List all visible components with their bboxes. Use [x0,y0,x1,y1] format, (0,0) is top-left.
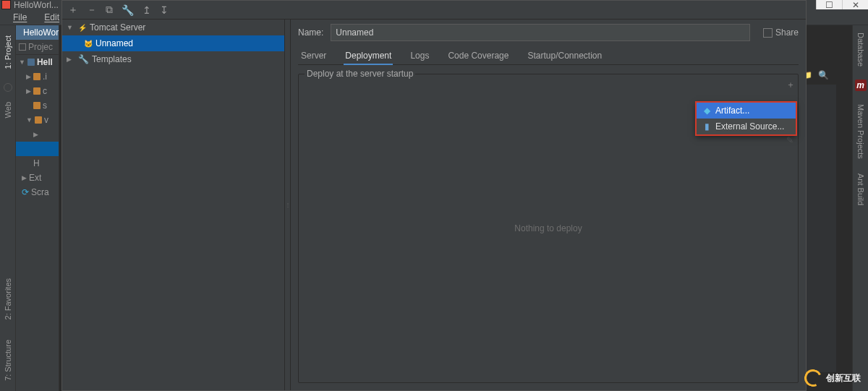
tool-structure[interactable]: 7: Structure [4,340,12,381]
run-config-dialog: ＋ － ⧉ 🔧 ↥ ↧ ▼ ⚡ Tomcat Server 🐱 Unnamed … [61,0,807,391]
tool-project[interactable]: 1: Project [4,35,12,69]
popup-external-source[interactable]: ▮ External Source... [697,119,796,134]
tree-tomcat-server[interactable]: ▼ ⚡ Tomcat Server [62,20,284,35]
project-header: Projec [28,42,53,52]
name-label: Name: [298,27,323,38]
move-up-icon[interactable]: ↥ [142,4,151,16]
tool-web[interactable]: Web [4,102,12,118]
maven-icon: m [855,80,867,91]
tree-item-selected[interactable] [16,142,59,156]
tree-item[interactable]: ⟳Scra [16,185,59,199]
globe-icon [4,83,12,92]
window-title: HelloWorl... [14,0,59,10]
window-controls: ☐ ✕ [816,0,868,9]
tree-item[interactable]: ▶Ext [16,171,59,185]
popup-artifact[interactable]: ◆ Artifact... [697,103,796,119]
search-icon[interactable]: 🔍 [818,70,829,80]
tomcat-icon: 🐱 [84,40,93,48]
tool-ant[interactable]: Ant Build [856,173,865,205]
deploy-add-icon[interactable]: ＋ [786,79,795,91]
add-deploy-popup: ◆ Artifact... ▮ External Source... [696,102,796,135]
tool-favorites[interactable]: 2: Favorites [4,278,12,319]
folder-icon [35,116,42,124]
tree-item[interactable]: ▼v [16,113,59,127]
artifact-icon: ◆ [702,106,711,116]
tab-deployment[interactable]: Deployment [344,47,393,64]
name-input[interactable] [331,24,750,41]
tree-item[interactable]: ▶.i [16,69,59,84]
tree-label: Templates [92,54,132,64]
external-source-icon: ▮ [702,121,711,132]
dialog-toolbar: ＋ － ⧉ 🔧 ↥ ↧ [62,1,806,20]
add-icon[interactable]: ＋ [68,4,78,17]
tree-item[interactable]: ▶c [16,84,59,98]
project-tool-window: HelloWor Projec ▼Hell ▶.i ▶c s ▼v ▶ H ▶E… [16,25,59,391]
maximize-button[interactable]: ☐ [816,0,842,9]
left-tool-strip: 1: Project Web 2: Favorites 7: Structure [0,25,16,391]
tree-item[interactable]: s [16,98,59,113]
menu-file[interactable]: File [4,12,35,22]
folder-icon [33,87,41,95]
remove-icon[interactable]: － [87,4,97,17]
tree-item[interactable]: H [16,156,59,171]
deploy-edit-icon[interactable]: ✎ [786,135,795,145]
tab-logs[interactable]: Logs [409,47,430,64]
tree-label: Unnamed [95,38,133,48]
tree-root[interactable]: ▼Hell [16,55,59,69]
deploy-header: Deploy at the server startup [305,69,415,79]
tab-server[interactable]: Server [299,47,328,64]
splitter[interactable]: ⋮ [285,20,291,390]
right-tool-strip: Database m Maven Projects Ant Build [852,25,868,391]
tool-database[interactable]: Database [856,33,865,66]
tree-unnamed[interactable]: 🐱 Unnamed [62,35,284,51]
tree-label: Tomcat Server [90,22,145,33]
folder-icon [27,59,35,66]
close-button[interactable]: ✕ [842,0,868,9]
project-tree[interactable]: ▼Hell ▶.i ▶c s ▼v ▶ H ▶Ext ⟳Scra [16,55,59,199]
tool-maven[interactable]: Maven Projects [856,104,865,159]
wrench-icon[interactable]: 🔧 [122,4,134,16]
tab-startup-connection[interactable]: Startup/Connection [526,47,603,64]
project-tab-label: HelloWor [23,27,59,38]
wrench-icon: 🔧 [78,54,89,64]
editor-toolbar: ◧ 📁 🔍 [804,65,833,85]
copy-icon[interactable]: ⧉ [106,4,113,16]
tree-templates[interactable]: ▶ 🔧 Templates [62,51,284,67]
window-icon [19,43,26,51]
tree-item[interactable]: ▶ [16,127,59,142]
popup-label: External Source... [715,121,784,132]
intellij-icon [1,0,11,9]
project-tab[interactable]: HelloWor [16,25,59,40]
folder-icon [33,73,41,80]
tab-code-coverage[interactable]: Code Coverage [446,47,510,64]
dialog-tabs: Server Deployment Logs Code Coverage Sta… [298,47,799,65]
share-label: Share [775,27,799,38]
move-down-icon[interactable]: ↧ [160,4,169,16]
folder-icon [33,102,41,109]
share-checkbox[interactable] [763,28,773,38]
config-tree[interactable]: ▼ ⚡ Tomcat Server 🐱 Unnamed ▶ 🔧 Template… [62,20,285,390]
tomcat-icon: ⚡ [78,24,87,32]
popup-label: Artifact... [715,106,749,116]
